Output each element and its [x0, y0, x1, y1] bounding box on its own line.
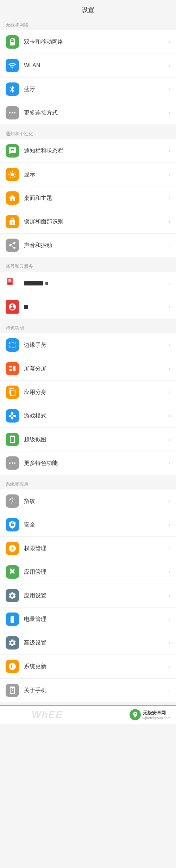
section-header-features: 特色功能 — [0, 321, 176, 333]
menu-item-sound[interactable]: 声音和振动 › — [0, 234, 176, 257]
menu-item-fingerprint[interactable]: 指纹 › — [0, 490, 176, 513]
section-personalization: 通知和个性化 通知栏和状态栏 › 显示 › — [0, 127, 176, 257]
icon-appmanager — [6, 565, 19, 579]
menu-label-fingerprint: 指纹 — [24, 498, 166, 505]
menu-label-appsettings: 应用设置 — [24, 592, 166, 599]
chevron-more-feat: › — [169, 460, 170, 466]
chevron-clone: › — [169, 389, 170, 395]
chevron-lockscreen: › — [169, 218, 170, 225]
chevron-account1: › — [169, 280, 170, 287]
svg-rect-5 — [8, 283, 12, 284]
icon-account2 — [6, 300, 19, 314]
section-body-features: 边缘手势 › 屏幕分屏 › 应用分身 › — [0, 333, 176, 475]
menu-item-account1[interactable]: › — [0, 272, 176, 295]
section-features: 特色功能 边缘手势 › 屏幕分屏 › — [0, 321, 176, 475]
section-body-system: 指纹 › 安全 › 权限管理 › — [0, 490, 176, 702]
menu-item-advanced[interactable]: 高级设置 › — [0, 631, 176, 655]
menu-item-permission[interactable]: 权限管理 › — [0, 537, 176, 560]
chevron-about: › — [169, 687, 170, 694]
icon-screenshot — [6, 433, 19, 446]
chevron-appsettings: › — [169, 592, 170, 599]
menu-label-bluetooth: 蓝牙 — [24, 86, 166, 93]
icon-update — [6, 660, 19, 673]
menu-label-game: 游戏模式 — [24, 412, 166, 420]
menu-item-account2[interactable]: › — [0, 295, 176, 319]
menu-item-edge[interactable]: 边缘手势 › — [0, 333, 176, 357]
section-header-system: 系统和应用 — [0, 478, 176, 490]
footer-bar: WhEE 无极安卓网 wjhotelgroup.com — [0, 705, 176, 724]
section-system: 系统和应用 指纹 › 安全 › — [0, 478, 176, 702]
section-body-personalization: 通知栏和状态栏 › 显示 › 桌面和主题 › — [0, 139, 176, 257]
menu-item-lockscreen[interactable]: 锁屏和面部识别 › — [0, 210, 176, 234]
menu-label-battery: 电量管理 — [24, 616, 166, 623]
menu-label-lockscreen: 锁屏和面部识别 — [24, 218, 166, 226]
icon-bluetooth — [6, 82, 19, 96]
menu-label-about: 关于手机 — [24, 687, 166, 694]
chevron-sound: › — [169, 242, 170, 248]
menu-item-sim[interactable]: 双卡和移动网络 › — [0, 30, 176, 54]
icon-sound — [6, 239, 19, 252]
menu-label-desktop: 桌面和主题 — [24, 195, 166, 202]
account1-content — [24, 281, 166, 285]
chevron-appmanager: › — [169, 569, 170, 575]
menu-item-display[interactable]: 显示 › — [0, 163, 176, 186]
footer-logo-area: 无极安卓网 wjhotelgroup.com — [130, 709, 170, 720]
chevron-display: › — [169, 171, 170, 178]
svg-rect-6 — [8, 279, 11, 282]
icon-appsettings — [6, 589, 19, 602]
menu-item-battery[interactable]: 电量管理 › — [0, 608, 176, 631]
menu-item-bluetooth[interactable]: 蓝牙 › — [0, 78, 176, 101]
icon-sim — [6, 35, 19, 49]
menu-label-permission: 权限管理 — [24, 545, 166, 552]
menu-label-wlan: WLAN — [24, 62, 166, 69]
menu-item-wlan[interactable]: WLAN › — [0, 54, 176, 78]
section-header-wireless: 无线和网络 — [0, 18, 176, 30]
chevron-fingerprint: › — [169, 498, 170, 504]
menu-item-security[interactable]: 安全 › — [0, 513, 176, 537]
chevron-desktop: › — [169, 195, 170, 201]
svg-point-0 — [9, 112, 11, 113]
menu-item-more-conn[interactable]: 更多连接方式 › — [0, 101, 176, 124]
menu-label-security: 安全 — [24, 521, 166, 529]
section-header-account: 账号和云服务 — [0, 260, 176, 272]
icon-more-feat — [6, 456, 19, 470]
menu-item-about[interactable]: 关于手机 › — [0, 678, 176, 702]
chevron-account2: › — [169, 304, 170, 310]
menu-item-notification[interactable]: 通知栏和状态栏 › — [0, 139, 176, 163]
chevron-permission: › — [169, 545, 170, 552]
menu-item-game[interactable]: 游戏模式 › — [0, 404, 176, 428]
menu-label-appmanager: 应用管理 — [24, 568, 166, 576]
menu-item-update[interactable]: 系统更新 › — [0, 655, 176, 678]
chevron-advanced: › — [169, 640, 170, 646]
menu-label-split: 屏幕分屏 — [24, 365, 166, 373]
page-title: 设置 — [0, 0, 176, 18]
menu-item-appsettings[interactable]: 应用设置 › — [0, 584, 176, 608]
menu-label-more-feat: 更多特色功能 — [24, 460, 166, 467]
menu-label-edge: 边缘手势 — [24, 341, 166, 349]
chevron-game: › — [169, 413, 170, 419]
icon-battery — [6, 612, 19, 626]
footer-brand-name: 无极安卓网 — [143, 710, 166, 716]
menu-label-screenshot: 超级截图 — [24, 436, 166, 443]
icon-edge — [6, 338, 19, 352]
watermark-text: WhEE — [32, 709, 63, 720]
menu-item-desktop[interactable]: 桌面和主题 › — [0, 186, 176, 210]
section-header-personalization: 通知和个性化 — [0, 127, 176, 139]
menu-item-more-feat[interactable]: 更多特色功能 › — [0, 451, 176, 475]
icon-more-conn — [6, 106, 19, 119]
section-wireless: 无线和网络 双卡和移动网络 › WLAN › — [0, 18, 176, 124]
menu-item-split[interactable]: 屏幕分屏 › — [0, 357, 176, 381]
svg-point-7 — [9, 462, 11, 464]
menu-item-appmanager[interactable]: 应用管理 › — [0, 560, 176, 584]
section-account: 账号和云服务 › — [0, 260, 176, 319]
icon-lockscreen — [6, 215, 19, 228]
menu-label-more-conn: 更多连接方式 — [24, 109, 166, 117]
icon-advanced — [6, 636, 19, 650]
icon-notification — [6, 144, 19, 158]
menu-item-screenshot[interactable]: 超级截图 › — [0, 428, 176, 451]
footer-brand-text: 无极安卓网 wjhotelgroup.com — [143, 710, 170, 720]
menu-item-clone[interactable]: 应用分身 › — [0, 381, 176, 404]
svg-point-2 — [14, 112, 15, 113]
icon-account1 — [6, 277, 19, 290]
menu-label-sim: 双卡和移动网络 — [24, 38, 166, 46]
